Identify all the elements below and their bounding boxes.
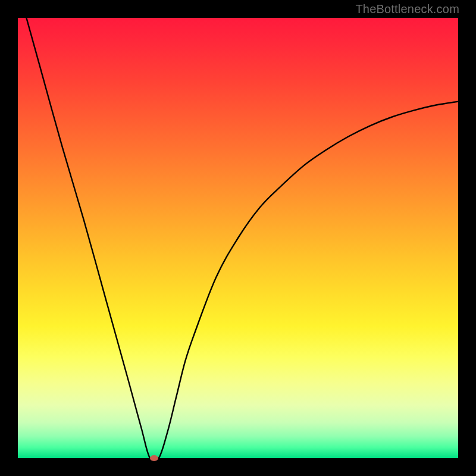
watermark-text: TheBottleneck.com [355, 2, 459, 16]
plot-area [18, 18, 458, 458]
bottleneck-curve [18, 18, 458, 458]
minimum-marker [150, 455, 158, 461]
chart-frame: TheBottleneck.com [0, 0, 476, 476]
